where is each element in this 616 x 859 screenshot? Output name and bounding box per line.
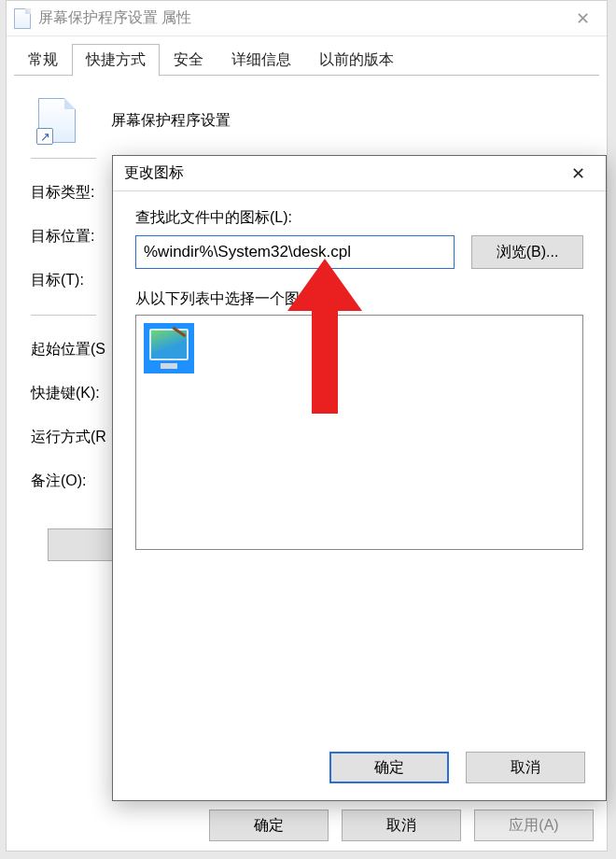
icon-path-input[interactable] (135, 235, 455, 269)
tab-shortcut[interactable]: 快捷方式 (72, 44, 160, 77)
tabstrip: 常规 快捷方式 安全 详细信息 以前的版本 (14, 40, 599, 76)
divider (31, 315, 96, 316)
change-icon-footer: 确定 取消 (329, 752, 585, 783)
close-icon[interactable]: ✕ (562, 163, 595, 184)
properties-title: 屏幕保护程序设置 属性 (38, 8, 191, 28)
divider (31, 158, 96, 159)
properties-footer: 确定 取消 应用(A) (209, 810, 594, 841)
apply-button[interactable]: 应用(A) (474, 810, 594, 841)
shortcut-icon: ↗ (38, 98, 83, 143)
path-row: 浏览(B)... (135, 235, 583, 269)
tab-previous[interactable]: 以前的版本 (305, 44, 408, 76)
look-in-label: 查找此文件中的图标(L): (135, 208, 583, 228)
cancel-button[interactable]: 取消 (342, 810, 461, 841)
browse-button[interactable]: 浏览(B)... (471, 235, 583, 269)
change-icon-window: 更改图标 ✕ 查找此文件中的图标(L): 浏览(B)... 从以下列表中选择一个… (112, 155, 607, 801)
close-icon[interactable]: ✕ (567, 8, 599, 29)
shortcut-arrow-icon: ↗ (36, 128, 53, 145)
change-icon-title: 更改图标 (124, 163, 184, 183)
icon-item-screensaver[interactable] (144, 323, 194, 373)
icon-list[interactable] (135, 315, 583, 550)
change-icon-body: 查找此文件中的图标(L): 浏览(B)... 从以下列表中选择一个图标(S): (113, 191, 606, 550)
properties-titlebar[interactable]: 屏幕保护程序设置 属性 ✕ (7, 1, 607, 36)
ok-button[interactable]: 确定 (209, 810, 329, 841)
shortcut-header: ↗ 屏幕保护程序设置 (31, 92, 582, 148)
file-icon (14, 8, 31, 29)
change-icon-titlebar[interactable]: 更改图标 ✕ (113, 156, 606, 191)
tab-details[interactable]: 详细信息 (217, 44, 305, 76)
cancel-button[interactable]: 取消 (466, 752, 585, 783)
tab-security[interactable]: 安全 (160, 44, 217, 76)
ok-button[interactable]: 确定 (329, 752, 449, 783)
tab-general[interactable]: 常规 (14, 44, 72, 76)
shortcut-name: 屏幕保护程序设置 (111, 111, 231, 131)
select-icon-label: 从以下列表中选择一个图标(S): (135, 289, 583, 309)
